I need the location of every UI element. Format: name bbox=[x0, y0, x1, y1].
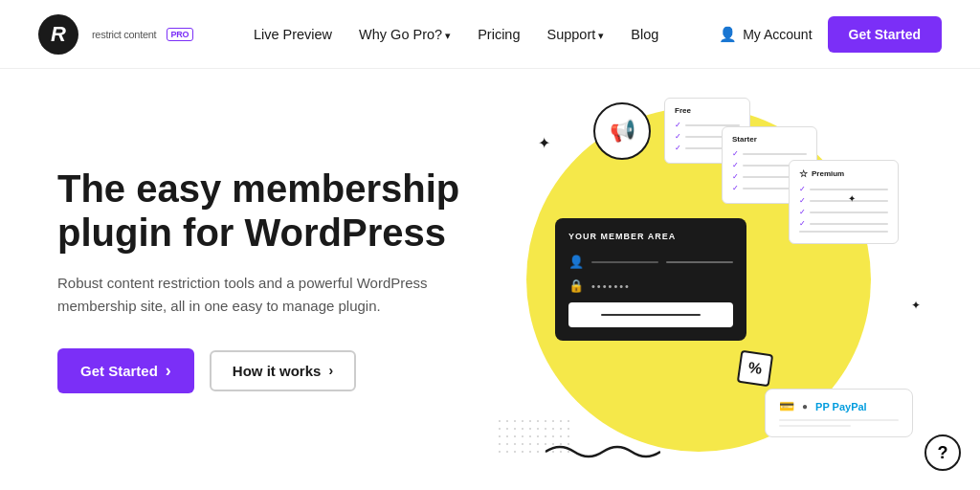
payment-icons-row: 💳 ● PP PayPal bbox=[779, 399, 899, 413]
payment-card: 💳 ● PP PayPal bbox=[765, 389, 913, 437]
check-icon: ✓ bbox=[675, 132, 681, 141]
star-decoration-3: ✦ bbox=[911, 299, 921, 312]
paypal-separator: ● bbox=[802, 401, 808, 412]
lock-field-icon: 🔒 bbox=[568, 278, 584, 293]
password-dots: ••••••• bbox=[591, 280, 631, 292]
starter-row-1: ✓ bbox=[732, 149, 807, 158]
premium-row-3: ✓ bbox=[799, 208, 888, 216]
check-icon: ✓ bbox=[732, 161, 739, 169]
premium-row-4: ✓ bbox=[799, 219, 888, 228]
account-label: My Account bbox=[743, 27, 812, 42]
check-icon: ✓ bbox=[799, 208, 806, 216]
hero-title: The easy membership plugin for WordPress bbox=[57, 167, 479, 255]
member-area-title: YOUR MEMBER AREA bbox=[568, 232, 733, 241]
premium-card-title: ☆ Premium bbox=[799, 168, 888, 179]
logo-icon: R bbox=[38, 14, 78, 55]
nav-get-started-button[interactable]: Get Started bbox=[828, 16, 942, 53]
nav-why-go-pro[interactable]: Why Go Pro? bbox=[359, 27, 451, 42]
password-field: 🔒 ••••••• bbox=[568, 278, 733, 293]
paypal-divider bbox=[779, 419, 899, 421]
paypal-line-2 bbox=[779, 425, 851, 427]
megaphone-illustration: 📢 bbox=[593, 102, 651, 160]
brand-logo[interactable]: R restrict content PRO bbox=[38, 14, 193, 55]
star-decoration-2: ✦ bbox=[848, 193, 856, 204]
help-button[interactable]: ? bbox=[924, 434, 961, 471]
username-field: 👤 bbox=[568, 255, 733, 269]
hero-how-it-works-button[interactable]: How it works › bbox=[210, 350, 356, 391]
nav-pricing[interactable]: Pricing bbox=[478, 27, 520, 42]
starter-card-title: Starter bbox=[732, 135, 807, 144]
user-field-icon: 👤 bbox=[568, 255, 584, 269]
navbar: R restrict content PRO Live Preview Why … bbox=[0, 0, 980, 69]
squiggle-decoration bbox=[546, 437, 660, 466]
hero-buttons: Get Started › How it works › bbox=[57, 348, 479, 393]
nav-right: 👤 My Account Get Started bbox=[719, 16, 942, 53]
member-area-card: YOUR MEMBER AREA 👤 🔒 ••••••• bbox=[555, 218, 746, 341]
check-icon: ✓ bbox=[732, 184, 739, 192]
credit-card-icon: 💳 bbox=[779, 399, 794, 413]
check-icon: ✓ bbox=[799, 196, 806, 205]
discount-tag: % bbox=[737, 350, 774, 387]
check-icon: ✓ bbox=[799, 185, 806, 193]
hero-get-started-button[interactable]: Get Started › bbox=[57, 348, 194, 393]
free-card-title: Free bbox=[675, 106, 740, 115]
nav-live-preview[interactable]: Live Preview bbox=[254, 27, 332, 42]
check-icon: ✓ bbox=[799, 219, 806, 228]
hero-section: The easy membership plugin for WordPress… bbox=[0, 69, 980, 490]
user-icon: 👤 bbox=[719, 26, 737, 43]
nav-support[interactable]: Support bbox=[547, 27, 605, 42]
check-icon: ✓ bbox=[732, 172, 739, 181]
hero-illustration: ✦ ✦ ✦ 📢 ✈ Free ✓ ✓ ✓ Starter bbox=[479, 69, 942, 490]
member-login-button bbox=[568, 302, 733, 327]
premium-row-5 bbox=[799, 231, 888, 233]
nav-links: Live Preview Why Go Pro? Pricing Support… bbox=[254, 27, 659, 42]
pricing-card-premium: ☆ Premium ✓ ✓ ✓ ✓ bbox=[789, 160, 899, 244]
premium-row-2: ✓ bbox=[799, 196, 888, 205]
brand-name: restrict content PRO bbox=[88, 26, 193, 43]
paypal-logo: PP PayPal bbox=[815, 401, 867, 412]
check-icon: ✓ bbox=[675, 144, 681, 152]
hero-content: The easy membership plugin for WordPress… bbox=[57, 167, 479, 393]
my-account-link[interactable]: 👤 My Account bbox=[719, 26, 812, 43]
nav-blog[interactable]: Blog bbox=[631, 27, 658, 42]
star-decoration-1: ✦ bbox=[538, 134, 550, 152]
hero-subtitle: Robust content restriction tools and a p… bbox=[57, 272, 440, 318]
check-icon: ✓ bbox=[675, 121, 681, 129]
check-icon: ✓ bbox=[732, 149, 739, 158]
premium-row-1: ✓ bbox=[799, 185, 888, 193]
